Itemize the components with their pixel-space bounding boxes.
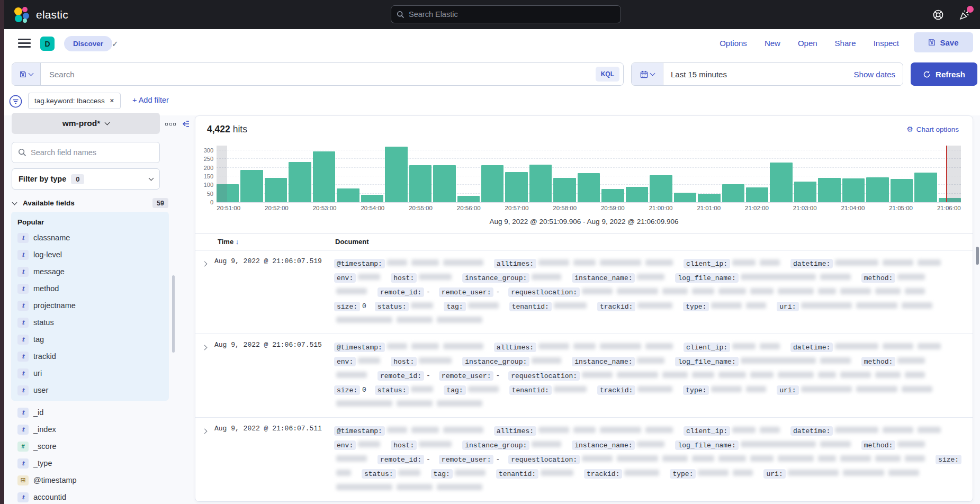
redacted-value: [883, 427, 913, 433]
field-item-log-level[interactable]: tlog-level: [17, 246, 169, 263]
field-item-method[interactable]: tmethod: [17, 280, 169, 297]
page-scrollbar[interactable]: [976, 247, 979, 265]
histogram-bar[interactable]: [914, 173, 937, 202]
histogram-bar[interactable]: [650, 175, 672, 202]
expand-row-icon[interactable]: [203, 256, 214, 328]
histogram-bar[interactable]: [289, 162, 311, 202]
field-item-accountid[interactable]: taccountid: [17, 489, 169, 504]
histogram-bar[interactable]: [409, 165, 431, 202]
doc-field-remote_id: remote_id:-: [377, 455, 430, 463]
time-range-value[interactable]: Last 15 minutes: [663, 70, 854, 79]
doc-field-requestlocation: requestlocation:: [508, 288, 927, 296]
filter-menu-icon[interactable]: [8, 94, 23, 109]
kql-language-button[interactable]: KQL: [596, 67, 619, 82]
breadcrumb[interactable]: Discover: [64, 36, 112, 51]
global-search-input[interactable]: [409, 10, 615, 19]
field-search-box[interactable]: [12, 142, 160, 163]
field-name-chip: requestlocation:: [508, 287, 580, 297]
histogram-bar[interactable]: [891, 179, 913, 202]
histogram-bar[interactable]: [313, 151, 335, 202]
field-item-status[interactable]: tstatus: [17, 314, 169, 331]
field-name-chip: datetime:: [790, 426, 833, 436]
histogram-bar[interactable]: [578, 173, 600, 202]
histogram-bar[interactable]: [505, 172, 527, 202]
histogram-bar[interactable]: [265, 178, 287, 202]
field-item-_score[interactable]: #_score: [17, 438, 169, 455]
histogram-bar[interactable]: [770, 163, 792, 202]
news-feed-icon[interactable]: [958, 8, 972, 22]
histogram-bar[interactable]: [698, 194, 720, 202]
field-list-options-icon[interactable]: [165, 123, 176, 125]
refresh-button[interactable]: Refresh: [911, 62, 977, 86]
histogram-bar[interactable]: [433, 165, 455, 202]
histogram-bar[interactable]: [385, 147, 407, 202]
date-quick-menu-button[interactable]: [632, 63, 663, 85]
doc-field-host: host:: [391, 441, 454, 449]
collapse-sidebar-icon[interactable]: [181, 119, 191, 129]
help-icon[interactable]: [931, 8, 945, 22]
histogram-bar[interactable]: [746, 187, 768, 202]
nav-link-new[interactable]: New: [765, 39, 780, 48]
histogram-bar[interactable]: [240, 170, 263, 202]
check-icon[interactable]: ✓: [112, 39, 119, 49]
nav-link-open[interactable]: Open: [798, 39, 817, 48]
add-filter-link[interactable]: + Add filter: [132, 96, 169, 104]
field-search-input[interactable]: [31, 148, 154, 157]
elastic-brand[interactable]: elastic: [14, 7, 68, 23]
field-item-message[interactable]: tmessage: [17, 263, 169, 280]
field-item-_index[interactable]: t_index: [17, 421, 169, 438]
histogram-plot[interactable]: 050100150200250300: [217, 146, 961, 203]
doc-field-instance_name: instance_name:: [572, 274, 667, 282]
histogram-bar[interactable]: [722, 184, 744, 202]
remove-filter-icon[interactable]: ✕: [110, 97, 114, 104]
field-item-_type[interactable]: t_type: [17, 455, 169, 472]
nav-link-options[interactable]: Options: [720, 39, 747, 48]
filter-by-type-select[interactable]: Filter by type 0: [12, 168, 160, 190]
sidebar-scrollbar[interactable]: [172, 275, 175, 353]
histogram-bar[interactable]: [601, 189, 624, 202]
nav-link-inspect[interactable]: Inspect: [874, 39, 899, 48]
chart-options-button[interactable]: ⚙ Chart options: [906, 125, 959, 133]
expand-row-icon[interactable]: [203, 424, 214, 495]
chevron-down-icon[interactable]: [12, 200, 17, 205]
field-name-chip: status:: [375, 302, 409, 311]
histogram-bar[interactable]: [361, 195, 383, 202]
field-name-chip: tenantid:: [496, 469, 538, 479]
show-dates-link[interactable]: Show dates: [854, 70, 903, 79]
field-item-user[interactable]: tuser: [17, 382, 169, 399]
field-item-_id[interactable]: t_id: [17, 404, 169, 421]
nav-link-share[interactable]: Share: [835, 39, 856, 48]
save-button[interactable]: Save: [914, 32, 973, 52]
histogram-bar[interactable]: [529, 165, 552, 202]
saved-query-menu-button[interactable]: [12, 63, 41, 85]
text-field-icon: t: [17, 233, 29, 243]
global-search-bar[interactable]: [391, 5, 621, 23]
chevron-down-icon: [149, 176, 154, 181]
query-search-input[interactable]: [41, 70, 596, 79]
histogram-bar[interactable]: [674, 193, 696, 202]
histogram-bar[interactable]: [866, 177, 888, 202]
histogram-bar[interactable]: [794, 182, 816, 202]
text-field-icon: t: [17, 425, 29, 435]
histogram-bar[interactable]: [457, 196, 480, 202]
time-column-header[interactable]: Time ↓: [218, 238, 335, 246]
field-item-@timestamp[interactable]: ⊞@timestamp: [17, 472, 169, 489]
text-field-icon: t: [17, 267, 29, 277]
redacted-value: [645, 427, 673, 433]
index-pattern-selector[interactable]: wm-prod*: [12, 113, 160, 134]
field-item-trackid[interactable]: ttrackid: [17, 348, 169, 365]
field-item-classname[interactable]: tclassname: [17, 229, 169, 246]
histogram-bar[interactable]: [481, 165, 504, 202]
histogram-bar[interactable]: [818, 178, 840, 202]
filter-pill[interactable]: tag.keyword: lbaccess ✕: [28, 93, 121, 109]
field-item-uri[interactable]: turi: [17, 365, 169, 382]
histogram-bar[interactable]: [626, 187, 648, 202]
menu-icon[interactable]: [18, 39, 31, 48]
histogram-bar[interactable]: [337, 188, 359, 202]
histogram-bar[interactable]: [553, 178, 576, 202]
redacted-value: [411, 427, 439, 433]
expand-row-icon[interactable]: [203, 340, 214, 411]
field-item-projectname[interactable]: tprojectname: [17, 297, 169, 314]
field-item-tag[interactable]: ttag: [17, 331, 169, 348]
histogram-bar[interactable]: [842, 178, 865, 202]
